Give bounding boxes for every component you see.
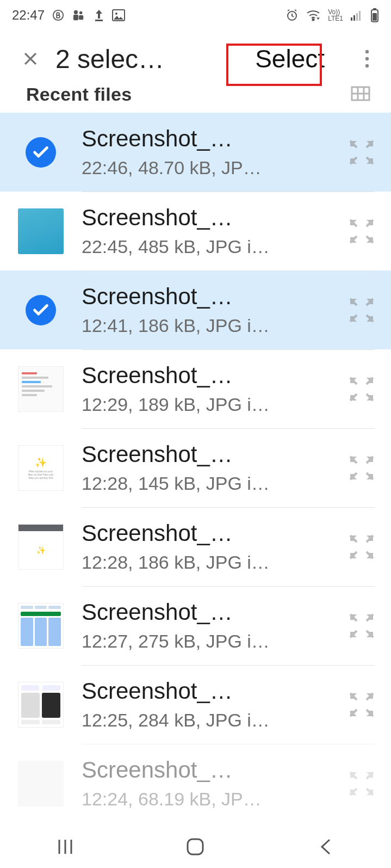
nav-recents-button[interactable] [49, 835, 82, 859]
file-row[interactable]: Screenshot_…12:27, 275 kB, JPG i… [0, 586, 391, 665]
file-info: Screenshot_…12:25, 284 kB, JPG i… [82, 678, 338, 731]
file-meta: 12:27, 275 kB, JPG i… [82, 631, 338, 652]
svg-rect-13 [359, 11, 361, 21]
file-thumbnail[interactable] [16, 128, 65, 177]
svg-point-18 [365, 57, 369, 60]
file-info: Screenshot_…12:28, 145 kB, JPG i… [82, 441, 338, 494]
svg-point-19 [365, 64, 369, 67]
file-info: Screenshot_…12:41, 186 kB, JPG i… [82, 284, 338, 336]
file-name: Screenshot_… [82, 362, 338, 389]
file-name: Screenshot_… [82, 757, 338, 783]
file-thumbnail[interactable] [16, 601, 65, 650]
file-name: Screenshot_… [82, 520, 338, 546]
file-info: Screenshot_…22:46, 48.70 kB, JP… [82, 126, 338, 178]
svg-rect-21 [188, 839, 203, 854]
expand-icon[interactable] [346, 137, 377, 168]
svg-rect-12 [356, 13, 358, 21]
svg-point-9 [313, 19, 314, 20]
svg-point-2 [79, 11, 83, 15]
file-meta: 22:45, 485 kB, JPG i… [82, 236, 338, 257]
close-button[interactable] [18, 47, 42, 71]
file-info: Screenshot_…12:29, 189 kB, JPG i… [82, 362, 338, 415]
wifi-icon [306, 9, 320, 21]
file-name: Screenshot_… [82, 205, 338, 231]
select-all-button[interactable]: Select [249, 42, 331, 76]
svg-rect-3 [73, 15, 78, 20]
battery-icon [370, 8, 379, 22]
selected-check-icon [26, 137, 56, 168]
file-meta: 12:41, 186 kB, JPG i… [82, 315, 338, 336]
file-meta: 12:24, 68.19 kB, JP… [82, 789, 338, 810]
section-header: Recent files [0, 84, 391, 113]
file-row[interactable]: Screenshot_…22:46, 48.70 kB, JP… [0, 113, 391, 192]
signal-icon [351, 10, 363, 21]
file-meta: 12:28, 145 kB, JPG i… [82, 473, 338, 494]
svg-rect-10 [351, 17, 352, 21]
circle-b-icon [52, 9, 64, 21]
status-bar: 22:47 Vo)) LTE1 [0, 0, 391, 30]
nav-back-button[interactable] [309, 835, 342, 859]
expand-icon[interactable] [346, 532, 377, 562]
file-info: Screenshot_…12:24, 68.19 kB, JP… [82, 757, 338, 810]
svg-rect-4 [79, 15, 83, 20]
file-list: Screenshot_…22:46, 48.70 kB, JP…Screensh… [0, 113, 391, 823]
expand-icon[interactable] [346, 374, 377, 404]
file-thumbnail[interactable]: ✨ [16, 522, 65, 571]
image-icon [112, 9, 125, 21]
teams-icon [72, 9, 86, 21]
file-thumbnail[interactable] [16, 207, 65, 256]
svg-point-7 [115, 13, 117, 15]
android-nav-bar [0, 826, 391, 868]
expand-icon[interactable] [346, 611, 377, 641]
file-row[interactable]: Screenshot_…22:45, 485 kB, JPG i… [0, 192, 391, 270]
thumbnail-image [18, 761, 64, 807]
file-thumbnail[interactable]: ✨Files access to yourfiles so that Files… [16, 444, 65, 493]
file-thumbnail[interactable] [16, 365, 65, 414]
expand-icon[interactable] [346, 216, 377, 247]
thumbnail-image [18, 682, 64, 728]
file-info: Screenshot_…12:27, 275 kB, JPG i… [82, 599, 338, 652]
file-row[interactable]: Screenshot_…12:29, 189 kB, JPG i… [0, 349, 391, 428]
file-name: Screenshot_… [82, 284, 338, 310]
svg-rect-16 [373, 13, 377, 21]
file-row[interactable]: ✨Files access to yourfiles so that Files… [0, 428, 391, 507]
section-title: Recent files [26, 84, 132, 105]
alarm-icon [286, 9, 299, 22]
selection-count-title: 2 selec… [55, 44, 164, 74]
network-label: Vo)) LTE1 [328, 9, 343, 22]
thumbnail-image [18, 603, 64, 649]
status-time: 22:47 [12, 8, 45, 23]
file-meta: 22:46, 48.70 kB, JP… [82, 157, 338, 178]
file-thumbnail[interactable] [16, 680, 65, 729]
file-meta: 12:25, 284 kB, JPG i… [82, 710, 338, 731]
svg-point-1 [74, 10, 78, 14]
file-info: Screenshot_…22:45, 485 kB, JPG i… [82, 205, 338, 257]
file-info: Screenshot_…12:28, 186 kB, JPG i… [82, 520, 338, 573]
thumbnail-image [18, 366, 64, 412]
thumbnail-image: ✨Files access to yourfiles so that Files… [18, 445, 64, 491]
file-name: Screenshot_… [82, 126, 338, 152]
file-name: Screenshot_… [82, 678, 338, 704]
expand-icon[interactable] [346, 690, 377, 720]
svg-point-17 [365, 50, 369, 53]
svg-rect-11 [353, 15, 355, 21]
more-options-button[interactable] [354, 46, 380, 72]
file-thumbnail[interactable] [16, 286, 65, 335]
svg-rect-15 [373, 8, 376, 10]
file-name: Screenshot_… [82, 441, 338, 467]
svg-rect-5 [95, 20, 103, 21]
file-row[interactable]: ✨Screenshot_…12:28, 186 kB, JPG i… [0, 507, 391, 586]
file-row[interactable]: Screenshot_…12:25, 284 kB, JPG i… [0, 665, 391, 744]
file-thumbnail[interactable] [16, 759, 65, 808]
file-meta: 12:28, 186 kB, JPG i… [82, 552, 338, 573]
expand-icon[interactable] [346, 295, 377, 325]
selected-check-icon [26, 295, 56, 325]
nav-home-button[interactable] [179, 835, 212, 859]
expand-icon[interactable] [346, 768, 377, 799]
upload-icon [94, 9, 104, 22]
expand-icon[interactable] [346, 453, 377, 483]
file-name: Screenshot_… [82, 599, 338, 625]
file-row[interactable]: Screenshot_…12:41, 186 kB, JPG i… [0, 270, 391, 349]
view-grid-toggle[interactable] [351, 86, 370, 103]
file-row[interactable]: Screenshot_…12:24, 68.19 kB, JP… [0, 744, 391, 823]
